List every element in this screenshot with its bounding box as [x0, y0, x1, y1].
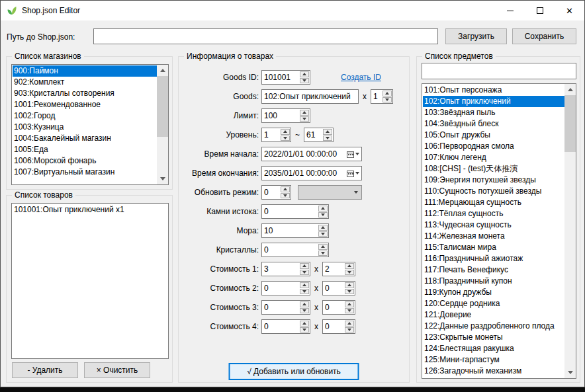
spin-down-button[interactable]: [382, 97, 392, 103]
spin-up-button[interactable]: [323, 129, 332, 135]
cost-4-item-input[interactable]: [262, 320, 299, 333]
scroll-track[interactable]: [564, 95, 576, 367]
list-item[interactable]: 108:[CHS] - (test)天体推演: [423, 163, 564, 175]
cost-1-item-input[interactable]: [262, 262, 299, 276]
spin-down-button[interactable]: [281, 193, 290, 199]
spin-down-button[interactable]: [281, 136, 290, 141]
primogems-input[interactable]: [262, 205, 318, 218]
spin-up-button[interactable]: [318, 225, 328, 231]
spin-up-button[interactable]: [345, 282, 354, 288]
begin-time-input[interactable]: [262, 149, 344, 159]
minimize-button[interactable]: [495, 1, 525, 20]
cost-2-item-input[interactable]: [262, 282, 299, 295]
list-item[interactable]: 103:Звёздная пыль: [423, 107, 564, 118]
list-item[interactable]: 125:Мини-гарпастум: [423, 354, 564, 366]
spin-up-button[interactable]: [382, 91, 392, 97]
list-item[interactable]: 1004:Бакалейный магазин: [13, 133, 157, 144]
spin-up-button[interactable]: [281, 129, 290, 135]
spin-up-button[interactable]: [281, 186, 290, 192]
list-item[interactable]: 110:Сущность потухшей звезды: [423, 186, 564, 197]
list-item[interactable]: 115:Талисман мира: [423, 242, 564, 253]
list-item[interactable]: 1002:Город: [13, 110, 157, 122]
shop-list-scrollbar[interactable]: [157, 65, 168, 184]
cost-2-count-input[interactable]: [323, 282, 344, 295]
list-item[interactable]: 101001:Опыт приключений x1: [13, 204, 168, 216]
list-item[interactable]: 106:Первородная смола: [423, 141, 564, 152]
item-list-scrollbar[interactable]: [564, 84, 576, 378]
scroll-up-button[interactable]: [564, 84, 576, 95]
spin-down-button[interactable]: [345, 327, 354, 333]
clear-button[interactable]: × Очистить: [84, 362, 150, 378]
spin-up-button[interactable]: [300, 71, 309, 77]
list-item[interactable]: 101:Опыт персонажа: [423, 85, 564, 96]
spin-down-button[interactable]: [323, 136, 332, 141]
list-item[interactable]: 126:Загадочный механизм: [423, 366, 564, 377]
cost-4-count-input[interactable]: [323, 320, 344, 333]
save-button[interactable]: Сохранить: [512, 28, 576, 44]
spin-up-button[interactable]: [318, 206, 328, 212]
delete-button[interactable]: - Удалить: [12, 362, 78, 378]
refresh-mode-input[interactable]: [262, 186, 280, 199]
cost-3-item-input[interactable]: [262, 301, 299, 314]
spin-up-button[interactable]: [345, 321, 354, 327]
list-item[interactable]: 1007:Виртуальный магазин: [13, 167, 157, 178]
spin-down-button[interactable]: [318, 231, 328, 237]
spin-up-button[interactable]: [318, 244, 328, 250]
add-or-update-button[interactable]: √ Добавить или обновить: [229, 363, 359, 380]
list-item[interactable]: 902:Комплект: [13, 77, 157, 88]
spin-up-button[interactable]: [300, 301, 309, 307]
spin-down-button[interactable]: [318, 251, 328, 256]
spin-up-button[interactable]: [300, 110, 309, 116]
list-item[interactable]: 1003:Кузница: [13, 122, 157, 133]
goods-id-input[interactable]: [262, 71, 299, 84]
load-button[interactable]: Загрузить: [445, 28, 507, 44]
refresh-mode-combo[interactable]: [298, 185, 362, 200]
spin-down-button[interactable]: [300, 78, 309, 84]
level-min-input[interactable]: [262, 128, 280, 141]
calendar-dropdown-button[interactable]: [344, 170, 361, 177]
list-item[interactable]: 107:Ключ легенд: [423, 152, 564, 163]
spin-up-button[interactable]: [300, 321, 309, 327]
scroll-down-button[interactable]: [564, 367, 576, 378]
spin-up-button[interactable]: [300, 263, 309, 269]
end-time-input[interactable]: [262, 169, 344, 178]
spin-down-button[interactable]: [318, 212, 328, 218]
list-item[interactable]: 124:Блестящая ракушка: [423, 343, 564, 354]
list-item[interactable]: 120:Сердце родника: [423, 298, 564, 309]
spin-up-button[interactable]: [345, 301, 354, 307]
list-item[interactable]: 118:Праздничный купон: [423, 276, 564, 287]
list-item[interactable]: 1005:Еда: [13, 144, 157, 155]
crystals-input[interactable]: [262, 243, 318, 256]
list-item[interactable]: 105:Опыт дружбы: [423, 130, 564, 141]
list-item[interactable]: 102:Опыт приключений: [423, 96, 564, 107]
spin-down-button[interactable]: [345, 289, 354, 295]
list-item[interactable]: 111:Мерцающая сущность: [423, 197, 564, 208]
close-button[interactable]: ✕: [555, 1, 584, 20]
list-item[interactable]: 113:Чудесная сущность: [423, 219, 564, 231]
maximize-button[interactable]: [525, 1, 555, 20]
list-item[interactable]: 1001:Рекомендованное: [13, 99, 157, 110]
scroll-up-button[interactable]: [157, 65, 168, 76]
scroll-thumb[interactable]: [157, 76, 168, 137]
list-item[interactable]: 116:Праздничный ажиотаж: [423, 253, 564, 264]
spin-down-button[interactable]: [300, 289, 309, 295]
list-item[interactable]: 112:Тёплая сущность: [423, 208, 564, 219]
list-item[interactable]: 900:Паймон: [13, 65, 157, 77]
list-item[interactable]: 104:Звёздный блеск: [423, 118, 564, 130]
list-item[interactable]: 122:Данные раздробленного плода: [423, 321, 564, 332]
spin-down-button[interactable]: [300, 327, 309, 333]
spin-up-button[interactable]: [300, 282, 309, 288]
list-item[interactable]: 109:Энергия потухшей звезды: [423, 175, 564, 186]
list-item[interactable]: 117:Печать Венефикус: [423, 264, 564, 276]
combo-dropdown-button[interactable]: [350, 191, 361, 194]
spin-up-button[interactable]: [345, 263, 354, 269]
mora-input[interactable]: [262, 224, 318, 237]
item-search-input[interactable]: [422, 63, 576, 79]
scroll-track[interactable]: [157, 76, 168, 173]
spin-down-button[interactable]: [345, 308, 354, 314]
list-item[interactable]: 903:Кристаллы сотворения: [13, 88, 157, 99]
spin-down-button[interactable]: [300, 116, 309, 122]
create-id-link[interactable]: Создать ID: [341, 73, 381, 82]
path-input[interactable]: [93, 28, 438, 44]
list-item[interactable]: 123:Скрытые монеты: [423, 332, 564, 343]
